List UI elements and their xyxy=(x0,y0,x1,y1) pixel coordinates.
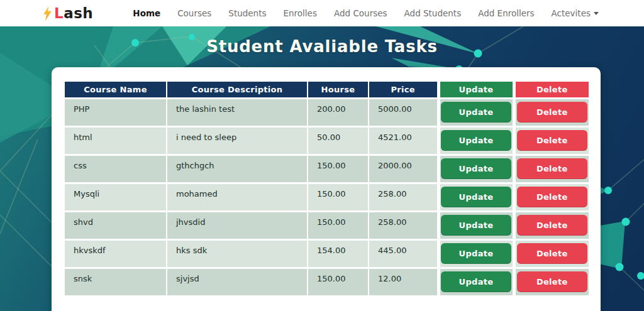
courses-table: Course Name Course Description Hourse Pr… xyxy=(64,80,590,297)
delete-button[interactable]: Delete xyxy=(517,243,587,264)
hours-cell: 50.00 xyxy=(308,126,369,155)
delete-button[interactable]: Delete xyxy=(517,215,587,236)
price-cell: 258.00 xyxy=(369,211,438,239)
nav-item-add-courses[interactable]: Add Courses xyxy=(334,8,387,18)
update-button[interactable]: Update xyxy=(441,187,511,207)
col-hours: Hourse xyxy=(308,81,369,98)
delete-cell: Delete xyxy=(514,239,589,268)
course-description-cell: i need to sleep xyxy=(167,126,308,155)
table-row: snsksjvjsd150.0012.00UpdateDelete xyxy=(64,268,589,296)
col-update: Update xyxy=(438,81,514,98)
delete-button[interactable]: Delete xyxy=(517,130,587,151)
table-card: Course Name Course Description Hourse Pr… xyxy=(52,67,601,311)
nav-item-courses[interactable]: Courses xyxy=(177,8,211,18)
price-cell: 5000.00 xyxy=(369,98,438,126)
update-cell: Update xyxy=(438,268,514,296)
delete-cell: Delete xyxy=(514,98,589,126)
col-price: Price xyxy=(369,81,438,98)
update-cell: Update xyxy=(438,98,514,126)
course-description-cell: hks sdk xyxy=(167,239,308,268)
hours-cell: 200.00 xyxy=(308,98,369,126)
course-description-cell: gthchgch xyxy=(167,155,308,183)
update-button[interactable]: Update xyxy=(441,215,511,236)
delete-cell: Delete xyxy=(514,211,589,239)
course-name-cell: css xyxy=(64,155,167,183)
col-delete: Delete xyxy=(514,81,589,98)
table-row: shvdjhvsdid150.00258.00UpdateDelete xyxy=(64,211,589,239)
update-cell: Update xyxy=(438,211,514,239)
price-cell: 445.00 xyxy=(369,239,438,268)
nav-item-actevites[interactable]: Actevites xyxy=(552,8,599,18)
update-cell: Update xyxy=(438,155,514,183)
update-button[interactable]: Update xyxy=(441,130,511,151)
update-cell: Update xyxy=(438,239,514,268)
course-description-cell: sjvjsd xyxy=(167,268,308,296)
hours-cell: 154.00 xyxy=(308,239,369,268)
delete-button[interactable]: Delete xyxy=(517,102,587,123)
chevron-down-icon xyxy=(594,12,599,15)
table-row: cssgthchgch150.002000.00UpdateDelete xyxy=(64,155,589,183)
update-cell: Update xyxy=(438,183,514,211)
hours-cell: 150.00 xyxy=(308,183,369,211)
main-nav: HomeCoursesStudentsEnrollesAdd CoursesAd… xyxy=(133,8,599,18)
col-course-name: Course Name xyxy=(64,81,167,98)
update-cell: Update xyxy=(438,126,514,155)
hours-cell: 150.00 xyxy=(308,155,369,183)
course-name-cell: shvd xyxy=(64,211,167,239)
price-cell: 2000.00 xyxy=(369,155,438,183)
course-description-cell: the lashin test xyxy=(167,98,308,126)
hero-section: Student Avaliable Tasks Course Name Cour… xyxy=(0,26,644,311)
top-navbar: Lash HomeCoursesStudentsEnrollesAdd Cour… xyxy=(0,0,644,26)
course-description-cell: jhvsdid xyxy=(167,211,308,239)
delete-cell: Delete xyxy=(514,155,589,183)
nav-item-add-students[interactable]: Add Students xyxy=(404,8,462,18)
hours-cell: 150.00 xyxy=(308,211,369,239)
delete-cell: Delete xyxy=(514,126,589,155)
hours-cell: 150.00 xyxy=(308,268,369,296)
brand-rest: ash xyxy=(64,5,93,21)
lightning-bolt-icon xyxy=(43,5,52,22)
course-name-cell: snsk xyxy=(64,268,167,296)
page-title: Student Avaliable Tasks xyxy=(0,26,644,56)
price-cell: 12.00 xyxy=(369,268,438,296)
brand-letter: L xyxy=(54,5,64,21)
delete-button[interactable]: Delete xyxy=(517,187,587,207)
course-name-cell: hkvskdf xyxy=(64,239,167,268)
delete-cell: Delete xyxy=(514,183,589,211)
table-row: htmli need to sleep50.004521.00UpdateDel… xyxy=(64,126,589,155)
price-cell: 258.00 xyxy=(369,183,438,211)
course-table-body: PHPthe lashin test200.005000.00UpdateDel… xyxy=(64,98,589,296)
table-row: hkvskdfhks sdk154.00445.00UpdateDelete xyxy=(64,239,589,268)
table-row: PHPthe lashin test200.005000.00UpdateDel… xyxy=(64,98,589,126)
nav-item-add-enrollers[interactable]: Add Enrollers xyxy=(478,8,534,18)
delete-button[interactable]: Delete xyxy=(517,158,587,179)
nav-item-enrolles[interactable]: Enrolles xyxy=(284,8,317,18)
update-button[interactable]: Update xyxy=(441,102,511,123)
course-description-cell: mohamed xyxy=(167,183,308,211)
nav-item-home[interactable]: Home xyxy=(133,8,160,18)
col-course-description: Course Description xyxy=(167,81,308,98)
brand-name: Lash xyxy=(54,5,93,21)
delete-button[interactable]: Delete xyxy=(517,271,587,292)
nav-item-students[interactable]: Students xyxy=(228,8,266,18)
table-header: Course Name Course Description Hourse Pr… xyxy=(64,81,589,98)
price-cell: 4521.00 xyxy=(369,126,438,155)
update-button[interactable]: Update xyxy=(441,158,511,179)
delete-cell: Delete xyxy=(514,268,589,296)
course-name-cell: html xyxy=(64,126,167,155)
course-name-cell: Mysqli xyxy=(64,183,167,211)
table-row: Mysqlimohamed150.00258.00UpdateDelete xyxy=(64,183,589,211)
brand-logo[interactable]: Lash xyxy=(43,5,93,22)
course-name-cell: PHP xyxy=(64,98,167,126)
update-button[interactable]: Update xyxy=(441,243,511,264)
update-button[interactable]: Update xyxy=(441,271,511,292)
